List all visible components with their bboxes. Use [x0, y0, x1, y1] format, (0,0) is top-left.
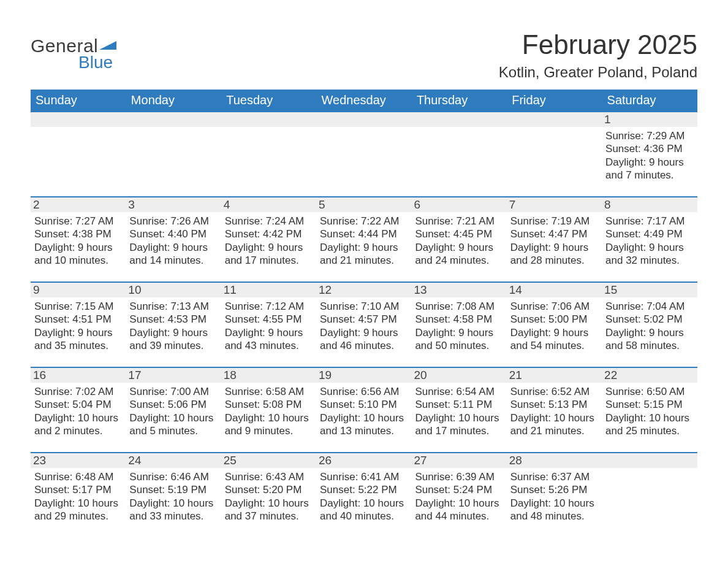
sunrise-line: Sunrise: 7:21 AM	[415, 215, 502, 228]
sunset-line: Sunset: 4:47 PM	[510, 228, 598, 240]
sunrise-line: Sunrise: 7:17 AM	[605, 215, 693, 228]
sunset-line: Sunset: 4:45 PM	[415, 228, 502, 240]
daylight-line: Daylight: 10 hours and 40 minutes.	[320, 497, 408, 523]
day-details: Sunrise: 6:50 AMSunset: 5:15 PMDaylight:…	[605, 385, 693, 437]
day-details: Sunrise: 7:29 AMSunset: 4:36 PMDaylight:…	[605, 129, 693, 182]
sunset-line: Sunset: 5:19 PM	[129, 483, 217, 496]
day-number: 8	[602, 197, 697, 212]
day-details: Sunrise: 7:12 AMSunset: 4:55 PMDaylight:…	[225, 300, 313, 352]
title-block: February 2025 Kotlin, Greater Poland, Po…	[499, 29, 697, 81]
day-details: Sunrise: 7:08 AMSunset: 4:58 PMDaylight:…	[415, 300, 502, 352]
day-details: Sunrise: 6:37 AMSunset: 5:26 PMDaylight:…	[510, 470, 598, 523]
day-details: Sunrise: 6:54 AMSunset: 5:11 PMDaylight:…	[415, 385, 502, 437]
day-number: 3	[126, 197, 221, 212]
weekday-header: Thursday	[411, 90, 506, 112]
daylight-line: Daylight: 9 hours and 28 minutes.	[510, 241, 598, 267]
sunset-line: Sunset: 4:49 PM	[605, 228, 693, 240]
sunset-line: Sunset: 5:10 PM	[320, 398, 408, 411]
sunrise-line: Sunrise: 6:54 AM	[415, 385, 502, 398]
day-number: 15	[602, 283, 697, 297]
day-cell: 4Sunrise: 7:24 AMSunset: 4:42 PMDaylight…	[221, 197, 316, 282]
day-number	[316, 112, 411, 127]
sunset-line: Sunset: 5:11 PM	[415, 398, 502, 411]
day-number: 12	[316, 283, 411, 297]
day-cell: 7Sunrise: 7:19 AMSunset: 4:47 PMDaylight…	[507, 197, 602, 282]
day-cell: 21Sunrise: 6:52 AMSunset: 5:13 PMDayligh…	[507, 367, 602, 453]
sunset-line: Sunset: 4:40 PM	[129, 228, 217, 240]
day-number: 22	[602, 368, 697, 383]
sunrise-line: Sunrise: 7:22 AM	[320, 215, 408, 228]
day-details: Sunrise: 6:41 AMSunset: 5:22 PMDaylight:…	[320, 470, 408, 523]
day-cell: 16Sunrise: 7:02 AMSunset: 5:04 PMDayligh…	[31, 367, 126, 453]
day-details: Sunrise: 7:22 AMSunset: 4:44 PMDaylight:…	[320, 215, 408, 267]
day-number: 25	[221, 453, 316, 468]
day-number	[602, 453, 697, 468]
daylight-line: Daylight: 9 hours and 17 minutes.	[225, 241, 313, 267]
calendar-table: SundayMondayTuesdayWednesdayThursdayFrid…	[31, 90, 697, 537]
day-number: 13	[411, 283, 506, 297]
day-cell: 5Sunrise: 7:22 AMSunset: 4:44 PMDaylight…	[316, 197, 411, 282]
day-cell: 26Sunrise: 6:41 AMSunset: 5:22 PMDayligh…	[316, 453, 411, 537]
day-number: 24	[126, 453, 221, 468]
svg-marker-0	[99, 41, 116, 50]
weekday-header-row: SundayMondayTuesdayWednesdayThursdayFrid…	[31, 90, 697, 112]
daylight-line: Daylight: 10 hours and 9 minutes.	[225, 412, 313, 438]
day-cell: 15Sunrise: 7:04 AMSunset: 5:02 PMDayligh…	[602, 282, 697, 367]
daylight-line: Daylight: 9 hours and 54 minutes.	[510, 326, 598, 353]
sunrise-line: Sunrise: 6:50 AM	[605, 385, 693, 398]
weekday-header: Monday	[126, 90, 221, 112]
day-cell: 23Sunrise: 6:48 AMSunset: 5:17 PMDayligh…	[31, 453, 126, 537]
day-cell	[221, 112, 316, 197]
sunset-line: Sunset: 4:55 PM	[225, 313, 313, 326]
sunrise-line: Sunrise: 7:08 AM	[415, 300, 502, 313]
day-number: 18	[221, 368, 316, 383]
sunset-line: Sunset: 5:22 PM	[320, 483, 408, 496]
daylight-line: Daylight: 10 hours and 29 minutes.	[34, 497, 122, 523]
sunrise-line: Sunrise: 7:19 AM	[510, 215, 598, 228]
day-cell: 8Sunrise: 7:17 AMSunset: 4:49 PMDaylight…	[602, 197, 697, 282]
sunrise-line: Sunrise: 7:24 AM	[225, 215, 313, 228]
week-row: 2Sunrise: 7:27 AMSunset: 4:38 PMDaylight…	[31, 197, 697, 282]
day-cell: 14Sunrise: 7:06 AMSunset: 5:00 PMDayligh…	[507, 282, 602, 367]
day-details: Sunrise: 7:13 AMSunset: 4:53 PMDaylight:…	[129, 300, 217, 352]
day-cell: 25Sunrise: 6:43 AMSunset: 5:20 PMDayligh…	[221, 453, 316, 537]
daylight-line: Daylight: 10 hours and 5 minutes.	[129, 412, 217, 438]
day-cell: 20Sunrise: 6:54 AMSunset: 5:11 PMDayligh…	[411, 367, 506, 453]
header: General Blue February 2025 Kotlin, Great…	[31, 29, 697, 81]
day-cell: 13Sunrise: 7:08 AMSunset: 4:58 PMDayligh…	[411, 282, 506, 367]
day-number: 19	[316, 368, 411, 383]
week-row: 9Sunrise: 7:15 AMSunset: 4:51 PMDaylight…	[31, 282, 697, 367]
day-details: Sunrise: 7:04 AMSunset: 5:02 PMDaylight:…	[605, 300, 693, 352]
sunset-line: Sunset: 4:51 PM	[34, 313, 122, 326]
day-cell: 11Sunrise: 7:12 AMSunset: 4:55 PMDayligh…	[221, 282, 316, 367]
day-details: Sunrise: 7:19 AMSunset: 4:47 PMDaylight:…	[510, 215, 598, 267]
day-cell: 28Sunrise: 6:37 AMSunset: 5:26 PMDayligh…	[507, 453, 602, 537]
day-details: Sunrise: 6:46 AMSunset: 5:19 PMDaylight:…	[129, 470, 217, 523]
day-details: Sunrise: 6:43 AMSunset: 5:20 PMDaylight:…	[225, 470, 313, 523]
sunset-line: Sunset: 4:57 PM	[320, 313, 408, 326]
sunset-line: Sunset: 5:24 PM	[415, 483, 502, 496]
day-number: 4	[221, 197, 316, 212]
day-cell	[602, 453, 697, 537]
location: Kotlin, Greater Poland, Poland	[499, 64, 697, 81]
daylight-line: Daylight: 9 hours and 10 minutes.	[34, 241, 122, 267]
week-row: 16Sunrise: 7:02 AMSunset: 5:04 PMDayligh…	[31, 367, 697, 453]
day-number: 2	[31, 197, 126, 212]
day-number: 7	[507, 197, 602, 212]
sunset-line: Sunset: 4:58 PM	[415, 313, 502, 326]
daylight-line: Daylight: 9 hours and 7 minutes.	[605, 156, 693, 182]
sunrise-line: Sunrise: 6:41 AM	[320, 470, 408, 483]
day-details: Sunrise: 7:10 AMSunset: 4:57 PMDaylight:…	[320, 300, 408, 352]
day-number: 17	[126, 368, 221, 383]
day-details: Sunrise: 6:52 AMSunset: 5:13 PMDaylight:…	[510, 385, 598, 437]
sunset-line: Sunset: 5:06 PM	[129, 398, 217, 411]
daylight-line: Daylight: 9 hours and 39 minutes.	[129, 326, 217, 353]
daylight-line: Daylight: 9 hours and 50 minutes.	[415, 326, 502, 353]
brand-logo: General Blue	[31, 36, 116, 72]
day-cell: 3Sunrise: 7:26 AMSunset: 4:40 PMDaylight…	[126, 197, 221, 282]
calendar-body: 1Sunrise: 7:29 AMSunset: 4:36 PMDaylight…	[31, 112, 697, 537]
day-cell: 27Sunrise: 6:39 AMSunset: 5:24 PMDayligh…	[411, 453, 506, 537]
sunset-line: Sunset: 5:26 PM	[510, 483, 598, 496]
day-cell: 2Sunrise: 7:27 AMSunset: 4:38 PMDaylight…	[31, 197, 126, 282]
sunrise-line: Sunrise: 7:10 AM	[320, 300, 408, 313]
